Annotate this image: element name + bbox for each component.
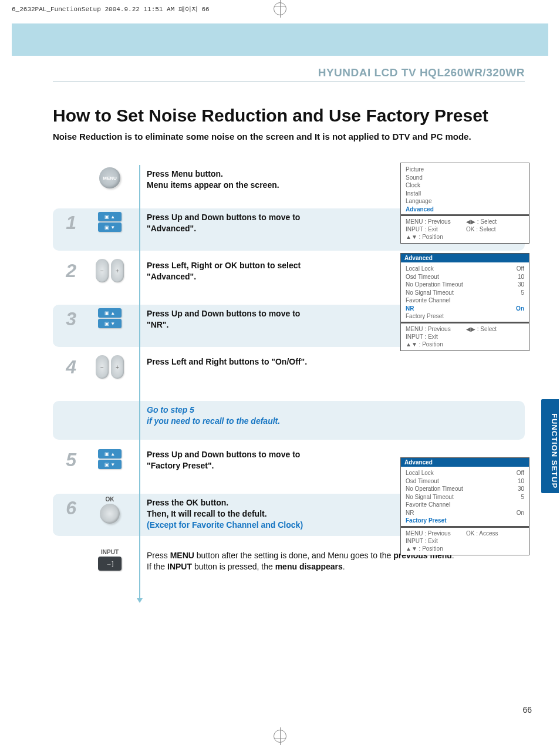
- step-6-number: 6: [53, 497, 76, 519]
- note-line2: if you need to recall to the default.: [147, 416, 280, 427]
- osd-main-menu: Picture Sound Clock Install Language Adv…: [400, 163, 529, 244]
- leftright-icon-4: − +: [83, 355, 136, 379]
- step-note: Go to step 5 if you need to recall to th…: [53, 401, 525, 440]
- top-color-band: [12, 23, 548, 56]
- step-5-line1: Press Up and Down buttons to move to: [147, 449, 300, 460]
- step-1-line1: Press Up and Down buttons to move to: [147, 212, 300, 223]
- step-menu-line1: Press Menu button.: [147, 168, 279, 180]
- down-button-icon: ▣ ▼: [98, 319, 122, 328]
- step-3-line2: "NR".: [147, 319, 300, 331]
- remote-ok-button: [100, 504, 120, 524]
- down-button-icon: ▣ ▼: [98, 460, 122, 469]
- step-menu-line2: Menu items appear on the screen.: [147, 180, 279, 191]
- menu-button-icon: MENU: [83, 167, 136, 188]
- ok-button-icon: OK: [83, 496, 136, 524]
- page-subtitle: Noise Reduction is to eliminate some noi…: [53, 132, 525, 141]
- page-content: HYUNDAI LCD TV HQL260WR/320WR How to Set…: [12, 56, 548, 722]
- up-button-icon: ▣ ▲: [98, 308, 122, 318]
- step-5-number: 5: [53, 449, 76, 471]
- page-number: 66: [522, 705, 532, 714]
- input-button-icon: INPUT →]: [83, 549, 136, 571]
- step-2-number: 2: [53, 260, 76, 282]
- left-button-icon: −: [96, 259, 109, 282]
- step-4: 4 − + Press Left and Right buttons to "O…: [53, 353, 525, 395]
- step-3-line1: Press Up and Down buttons to move to: [147, 308, 300, 319]
- step-4-line1: Press Left and Right buttons to "On/Off"…: [147, 356, 307, 368]
- step-3-number: 3: [53, 308, 76, 330]
- step-2-line2: "Advanced".: [147, 271, 301, 282]
- remote-menu-button: MENU: [99, 167, 120, 188]
- crop-marks-bottom: [0, 722, 560, 745]
- osd-advanced-nr: Advanced Local LockOff Osd Timeout10 No …: [400, 253, 529, 351]
- step-6-line2: Then, It will recall to the defult.: [147, 508, 303, 520]
- input-label: INPUT: [83, 549, 136, 555]
- step-5-line2: "Factory Preset".: [147, 460, 300, 471]
- step-4-number: 4: [53, 356, 76, 378]
- updown-icon-3: ▣ ▲ ▣ ▼: [83, 307, 136, 329]
- up-button-icon: ▣ ▲: [98, 212, 122, 221]
- step-1-number: 1: [53, 212, 76, 234]
- brand-header: HYUNDAI LCD TV HQL260WR/320WR: [53, 66, 525, 82]
- step-2-line1: Press Left, Right or OK button to select: [147, 260, 301, 271]
- remote-input-button: →]: [98, 557, 122, 571]
- step-6-line1: Press the OK button.: [147, 497, 303, 508]
- ok-label: OK: [83, 496, 136, 503]
- right-button-icon: +: [111, 355, 124, 379]
- down-button-icon: ▣ ▼: [98, 223, 122, 232]
- step-1-line2: "Advanced".: [147, 223, 300, 234]
- left-button-icon: −: [96, 355, 109, 379]
- up-button-icon: ▣ ▲: [98, 449, 122, 459]
- leftright-icon: − +: [83, 259, 136, 282]
- step-6-line3: (Except for Favorite Channel and Clock): [147, 520, 303, 531]
- note-line1: Go to step 5: [147, 404, 280, 416]
- final-line2: If the INPUT button is pressed, the menu…: [147, 561, 454, 572]
- right-button-icon: +: [111, 259, 124, 282]
- section-tab: FUNCTION SETUP: [541, 399, 559, 493]
- osd-advanced-factory: Advanced Local LockOff Osd Timeout10 No …: [400, 457, 529, 555]
- page-title: How to Set Noise Reduction and Use Facto…: [53, 106, 525, 126]
- print-header: 6_2632PAL_FunctionSetup 2004.9.22 11:51 …: [12, 5, 210, 14]
- steps-container: MENU Press Menu button. Menu items appea…: [53, 165, 525, 594]
- updown-icon: ▣ ▲ ▣ ▼: [83, 211, 136, 233]
- updown-icon-5: ▣ ▲ ▣ ▼: [83, 448, 136, 470]
